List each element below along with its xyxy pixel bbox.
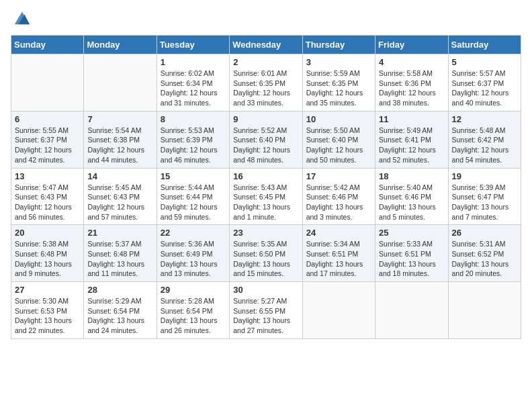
calendar-cell: 26Sunrise: 5:31 AM Sunset: 6:52 PM Dayli…	[448, 225, 521, 282]
weekday-header: Sunday	[11, 36, 84, 54]
cell-info: Sunrise: 5:58 AM Sunset: 6:36 PM Dayligh…	[379, 68, 444, 108]
calendar-cell: 20Sunrise: 5:38 AM Sunset: 6:48 PM Dayli…	[11, 225, 84, 282]
calendar-cell: 17Sunrise: 5:42 AM Sunset: 6:46 PM Dayli…	[302, 168, 375, 225]
weekday-header: Monday	[84, 36, 157, 54]
calendar-cell: 21Sunrise: 5:37 AM Sunset: 6:48 PM Dayli…	[84, 225, 157, 282]
day-number: 13	[15, 171, 80, 181]
calendar-cell: 27Sunrise: 5:30 AM Sunset: 6:53 PM Dayli…	[11, 282, 84, 339]
calendar-cell	[11, 54, 84, 111]
calendar-cell: 6Sunrise: 5:55 AM Sunset: 6:37 PM Daylig…	[11, 111, 84, 168]
calendar-week-row: 1Sunrise: 6:02 AM Sunset: 6:34 PM Daylig…	[11, 54, 521, 111]
day-number: 19	[452, 171, 517, 181]
calendar-week-row: 13Sunrise: 5:47 AM Sunset: 6:43 PM Dayli…	[11, 168, 521, 225]
day-number: 2	[233, 57, 298, 67]
calendar-cell: 1Sunrise: 6:02 AM Sunset: 6:34 PM Daylig…	[157, 54, 229, 111]
calendar-cell: 7Sunrise: 5:54 AM Sunset: 6:38 PM Daylig…	[84, 111, 157, 168]
day-number: 29	[161, 285, 226, 295]
cell-info: Sunrise: 5:57 AM Sunset: 6:37 PM Dayligh…	[452, 68, 517, 108]
day-number: 15	[161, 171, 226, 181]
day-number: 5	[452, 57, 517, 67]
calendar-cell: 11Sunrise: 5:49 AM Sunset: 6:41 PM Dayli…	[375, 111, 448, 168]
calendar-cell: 10Sunrise: 5:50 AM Sunset: 6:40 PM Dayli…	[302, 111, 375, 168]
calendar-cell	[375, 282, 448, 339]
calendar-cell: 3Sunrise: 5:59 AM Sunset: 6:35 PM Daylig…	[302, 54, 375, 111]
day-number: 30	[233, 285, 298, 295]
cell-info: Sunrise: 5:59 AM Sunset: 6:35 PM Dayligh…	[306, 68, 371, 108]
calendar-cell: 22Sunrise: 5:36 AM Sunset: 6:49 PM Dayli…	[157, 225, 229, 282]
calendar-cell: 4Sunrise: 5:58 AM Sunset: 6:36 PM Daylig…	[375, 54, 448, 111]
day-number: 17	[306, 171, 371, 181]
weekday-header: Tuesday	[157, 36, 229, 54]
day-number: 11	[379, 114, 444, 124]
day-number: 6	[15, 114, 80, 124]
calendar-cell: 23Sunrise: 5:35 AM Sunset: 6:50 PM Dayli…	[230, 225, 302, 282]
calendar-cell: 19Sunrise: 5:39 AM Sunset: 6:47 PM Dayli…	[448, 168, 521, 225]
day-number: 21	[87, 228, 152, 238]
cell-info: Sunrise: 5:37 AM Sunset: 6:48 PM Dayligh…	[87, 239, 152, 279]
day-number: 24	[306, 228, 371, 238]
cell-info: Sunrise: 6:02 AM Sunset: 6:34 PM Dayligh…	[161, 68, 226, 108]
weekday-header: Wednesday	[230, 36, 302, 54]
calendar-header-row: SundayMondayTuesdayWednesdayThursdayFrid…	[11, 36, 521, 54]
day-number: 22	[161, 228, 226, 238]
cell-info: Sunrise: 5:44 AM Sunset: 6:44 PM Dayligh…	[161, 183, 226, 222]
logo-icon	[12, 8, 31, 27]
cell-info: Sunrise: 5:33 AM Sunset: 6:51 PM Dayligh…	[379, 239, 444, 279]
cell-info: Sunrise: 5:34 AM Sunset: 6:51 PM Dayligh…	[306, 239, 371, 279]
day-number: 14	[87, 171, 152, 181]
calendar-cell: 28Sunrise: 5:29 AM Sunset: 6:54 PM Dayli…	[84, 282, 157, 339]
cell-info: Sunrise: 6:01 AM Sunset: 6:35 PM Dayligh…	[233, 68, 298, 108]
cell-info: Sunrise: 5:54 AM Sunset: 6:38 PM Dayligh…	[87, 126, 152, 165]
day-number: 1	[161, 57, 226, 67]
cell-info: Sunrise: 5:39 AM Sunset: 6:47 PM Dayligh…	[452, 183, 517, 222]
calendar-week-row: 20Sunrise: 5:38 AM Sunset: 6:48 PM Dayli…	[11, 225, 521, 282]
cell-info: Sunrise: 5:27 AM Sunset: 6:55 PM Dayligh…	[233, 296, 298, 336]
calendar-cell: 15Sunrise: 5:44 AM Sunset: 6:44 PM Dayli…	[157, 168, 229, 225]
weekday-header: Saturday	[448, 36, 521, 54]
day-number: 3	[306, 57, 371, 67]
day-number: 28	[87, 285, 152, 295]
cell-info: Sunrise: 5:30 AM Sunset: 6:53 PM Dayligh…	[15, 296, 80, 336]
calendar-cell: 8Sunrise: 5:53 AM Sunset: 6:39 PM Daylig…	[157, 111, 229, 168]
day-number: 23	[233, 228, 298, 238]
day-number: 26	[452, 228, 517, 238]
day-number: 9	[233, 114, 298, 124]
calendar-week-row: 27Sunrise: 5:30 AM Sunset: 6:53 PM Dayli…	[11, 282, 521, 339]
cell-info: Sunrise: 5:29 AM Sunset: 6:54 PM Dayligh…	[87, 296, 152, 336]
day-number: 16	[233, 171, 298, 181]
cell-info: Sunrise: 5:52 AM Sunset: 6:40 PM Dayligh…	[233, 126, 298, 165]
cell-info: Sunrise: 5:45 AM Sunset: 6:43 PM Dayligh…	[87, 183, 152, 222]
cell-info: Sunrise: 5:42 AM Sunset: 6:46 PM Dayligh…	[306, 183, 371, 222]
day-number: 7	[87, 114, 152, 124]
calendar-cell	[448, 282, 521, 339]
page-header	[11, 11, 521, 27]
calendar-cell: 12Sunrise: 5:48 AM Sunset: 6:42 PM Dayli…	[448, 111, 521, 168]
calendar-cell: 14Sunrise: 5:45 AM Sunset: 6:43 PM Dayli…	[84, 168, 157, 225]
day-number: 25	[379, 228, 444, 238]
calendar-cell	[84, 54, 157, 111]
cell-info: Sunrise: 5:31 AM Sunset: 6:52 PM Dayligh…	[452, 239, 517, 279]
day-number: 8	[161, 114, 226, 124]
day-number: 10	[306, 114, 371, 124]
calendar-cell: 30Sunrise: 5:27 AM Sunset: 6:55 PM Dayli…	[230, 282, 302, 339]
cell-info: Sunrise: 5:48 AM Sunset: 6:42 PM Dayligh…	[452, 126, 517, 165]
cell-info: Sunrise: 5:53 AM Sunset: 6:39 PM Dayligh…	[161, 126, 226, 165]
day-number: 27	[15, 285, 80, 295]
calendar-table: SundayMondayTuesdayWednesdayThursdayFrid…	[11, 35, 521, 339]
calendar-week-row: 6Sunrise: 5:55 AM Sunset: 6:37 PM Daylig…	[11, 111, 521, 168]
calendar-cell: 16Sunrise: 5:43 AM Sunset: 6:45 PM Dayli…	[230, 168, 302, 225]
calendar-cell: 29Sunrise: 5:28 AM Sunset: 6:54 PM Dayli…	[157, 282, 229, 339]
calendar-cell: 24Sunrise: 5:34 AM Sunset: 6:51 PM Dayli…	[302, 225, 375, 282]
cell-info: Sunrise: 5:38 AM Sunset: 6:48 PM Dayligh…	[15, 239, 80, 279]
day-number: 4	[379, 57, 444, 67]
day-number: 18	[379, 171, 444, 181]
day-number: 12	[452, 114, 517, 124]
calendar-cell: 5Sunrise: 5:57 AM Sunset: 6:37 PM Daylig…	[448, 54, 521, 111]
cell-info: Sunrise: 5:55 AM Sunset: 6:37 PM Dayligh…	[15, 126, 80, 165]
cell-info: Sunrise: 5:40 AM Sunset: 6:46 PM Dayligh…	[379, 183, 444, 222]
calendar-cell: 18Sunrise: 5:40 AM Sunset: 6:46 PM Dayli…	[375, 168, 448, 225]
day-number: 20	[15, 228, 80, 238]
cell-info: Sunrise: 5:28 AM Sunset: 6:54 PM Dayligh…	[161, 296, 226, 336]
cell-info: Sunrise: 5:47 AM Sunset: 6:43 PM Dayligh…	[15, 183, 80, 222]
calendar-cell: 13Sunrise: 5:47 AM Sunset: 6:43 PM Dayli…	[11, 168, 84, 225]
